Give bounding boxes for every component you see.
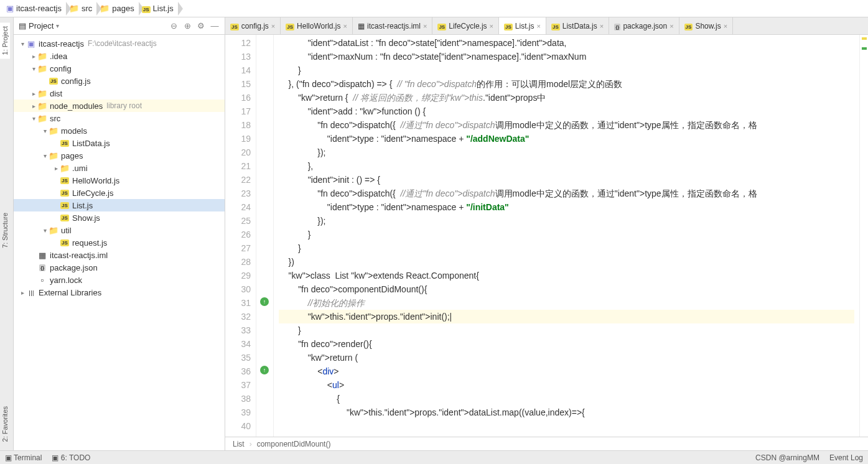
code-line[interactable]: "kw">return { // 将返回的函数，绑定到"kw">this."id…	[279, 91, 854, 104]
tree-node[interactable]: ▸ 📁 .idea	[14, 50, 225, 62]
status-tool-button[interactable]: ▣ Terminal	[5, 453, 42, 462]
code-line[interactable]: //初始化的操作	[279, 296, 854, 310]
override-gutter-icon[interactable]: ↑	[260, 297, 269, 306]
tree-node[interactable]: JS Show.js	[14, 211, 225, 224]
tree-arrow-icon[interactable]: ▾	[41, 128, 49, 134]
tree-arrow-icon[interactable]: ▾	[30, 115, 37, 122]
close-icon[interactable]: ×	[537, 22, 541, 30]
code-line[interactable]: }, ("fn deco">dispatch) => { // "fn deco…	[279, 77, 854, 91]
code-line[interactable]: <div>	[279, 364, 854, 378]
code-line[interactable]: "ident">add : "kw">function () {	[279, 104, 854, 118]
tree-node[interactable]: ▾ 📁 models	[14, 124, 225, 137]
code-line[interactable]: });	[279, 146, 854, 159]
tree-arrow-icon[interactable]: ▸	[52, 165, 60, 172]
editor-tab[interactable]: JSListData.js ×	[546, 17, 609, 34]
tree-arrow-icon[interactable]: ▸	[30, 90, 37, 97]
close-icon[interactable]: ×	[670, 22, 673, 30]
close-icon[interactable]: ×	[271, 22, 275, 30]
code-line[interactable]: },	[279, 159, 854, 173]
breadcrumb-item[interactable]: JSList.js	[139, 2, 179, 16]
code-line[interactable]: "kw">this."ident">props."ident">init();|	[279, 310, 854, 323]
editor-tab[interactable]: JSShow.js ×	[679, 17, 734, 34]
tool-window-tab[interactable]: 1: Project	[0, 22, 10, 58]
tree-node[interactable]: {} package.json	[14, 261, 225, 274]
code-breadcrumb-item[interactable]: componentDidMount()	[257, 440, 331, 448]
tree-node[interactable]: JS request.js	[14, 236, 225, 249]
code-line[interactable]: "ident">type : "ident">namespace + "/ini…	[279, 200, 854, 214]
tree-node[interactable]: JS HelloWorld.js	[14, 174, 225, 187]
code-breadcrumb-item[interactable]: List	[233, 440, 245, 448]
tree-node[interactable]: ▾ 📁 pages	[14, 149, 225, 162]
breadcrumb-item[interactable]: ▣itcast-reactjs	[4, 2, 67, 16]
breadcrumb-item[interactable]: 📁pages	[97, 2, 139, 16]
hide-icon[interactable]: —	[210, 21, 220, 31]
tree-node[interactable]: ▫ yarn.lock	[14, 274, 225, 286]
tree-node[interactable]: JS List.js	[14, 199, 225, 211]
tree-node[interactable]: JS ListData.js	[14, 137, 225, 149]
collapse-icon[interactable]: ⊖	[169, 21, 179, 31]
code-line[interactable]: "kw">return (	[279, 351, 854, 364]
locate-icon[interactable]: ⊕	[182, 21, 192, 31]
close-icon[interactable]: ×	[490, 22, 493, 30]
editor-tab[interactable]: JSLifeCycle.js ×	[432, 17, 499, 34]
tree-node[interactable]: JS LifeCycle.js	[14, 187, 225, 199]
tool-window-tab[interactable]: 7: Structure	[0, 209, 10, 252]
tree-node[interactable]: ▾ 📁 util	[14, 224, 225, 236]
code-line[interactable]: });	[279, 214, 854, 228]
tree-arrow-icon[interactable]: ▾	[41, 227, 49, 234]
tree-node[interactable]: ▸ ⫼ External Libraries	[14, 286, 225, 299]
close-icon[interactable]: ×	[600, 22, 604, 30]
gear-icon[interactable]: ⚙	[196, 21, 206, 31]
tree-arrow-icon[interactable]: ▾	[41, 152, 49, 159]
status-item[interactable]: Event Log	[829, 453, 863, 462]
code-line[interactable]: "ident">maxNum : "fn deco">state["ident"…	[279, 50, 854, 63]
close-icon[interactable]: ×	[724, 22, 727, 30]
tree-node[interactable]: ▸ 📁 .umi	[14, 162, 225, 174]
code-line[interactable]: "kw">this."ident">props."ident">dataList…	[279, 406, 854, 419]
tree-arrow-icon[interactable]: ▾	[30, 65, 37, 72]
editor-tab[interactable]: ▦itcast-reactjs.iml ×	[353, 17, 432, 34]
override-gutter-icon[interactable]: ↑	[260, 366, 269, 374]
tree-node[interactable]: ▾ 📁 src	[14, 112, 225, 124]
tree-arrow-icon[interactable]: ▾	[19, 40, 26, 47]
status-item[interactable]: CSDN @arningMM	[755, 453, 819, 462]
tree-arrow-icon[interactable]: ▸	[30, 103, 37, 109]
code-content[interactable]: "ident">dataList : "fn deco">state["iden…	[274, 35, 859, 437]
editor-breadcrumb[interactable]: List › componentDidMount()	[225, 437, 868, 450]
code-line[interactable]: }	[279, 241, 854, 255]
code-line[interactable]: "kw">class List "kw">extends React.Compo…	[279, 269, 854, 282]
editor-tab[interactable]: JSconfig.js ×	[225, 17, 281, 34]
tool-window-tab[interactable]: 2: Favorites	[0, 402, 10, 445]
right-error-stripe[interactable]	[859, 35, 868, 437]
close-icon[interactable]: ×	[423, 22, 427, 30]
code-area[interactable]: 1213141516171819202122232425262728293031…	[225, 35, 868, 437]
code-line[interactable]: <ul>	[279, 378, 854, 392]
close-icon[interactable]: ×	[343, 22, 347, 30]
project-dropdown-icon[interactable]: ▤	[19, 21, 26, 30]
chevron-down-icon[interactable]: ▾	[56, 22, 59, 29]
tree-node[interactable]: ▸ 📁 node_modules library root	[14, 100, 225, 112]
editor-tab[interactable]: {}package.json ×	[609, 17, 679, 34]
tree-node[interactable]: ▾ ▣ itcast-reactjs F:\code\itcast-reactj…	[14, 37, 225, 50]
code-line[interactable]: "ident">init : () => {	[279, 173, 854, 187]
tree-node[interactable]: JS config.js	[14, 75, 225, 87]
code-line[interactable]: "ident">type : "ident">namespace + "/add…	[279, 132, 854, 146]
panel-title[interactable]: Project	[29, 21, 54, 30]
code-line[interactable]: "ident">dataList : "fn deco">state["iden…	[279, 36, 854, 50]
tree-node[interactable]: ▾ 📁 config	[14, 62, 225, 75]
code-line[interactable]: {	[279, 392, 854, 406]
tree-node[interactable]: ▸ 📁 dist	[14, 87, 225, 100]
tree-arrow-icon[interactable]: ▸	[19, 289, 26, 296]
breadcrumb-item[interactable]: 📁src	[67, 2, 97, 16]
tree-arrow-icon[interactable]: ▸	[30, 53, 37, 60]
code-line[interactable]: "fn deco">componentDidMount(){	[279, 282, 854, 296]
code-line[interactable]: }	[279, 228, 854, 241]
code-line[interactable]: "fn deco">render(){	[279, 337, 854, 351]
code-line[interactable]: })	[279, 255, 854, 269]
code-line[interactable]: "fn deco">dispatch({ //通过"fn deco">dispa…	[279, 187, 854, 200]
project-tree[interactable]: ▾ ▣ itcast-reactjs F:\code\itcast-reactj…	[14, 35, 225, 450]
code-line[interactable]: "fn deco">dispatch({ //通过"fn deco">dispa…	[279, 118, 854, 132]
editor-tab[interactable]: JSList.js ×	[499, 17, 546, 34]
code-line[interactable]: }	[279, 63, 854, 77]
tree-node[interactable]: ▦ itcast-reactjs.iml	[14, 249, 225, 261]
